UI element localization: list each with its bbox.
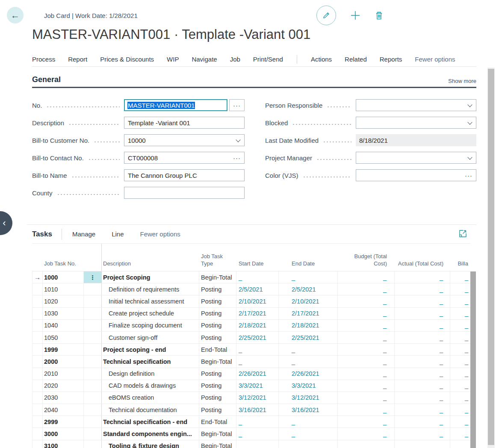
blocked-input[interactable] <box>356 117 476 129</box>
cell-job-task-no[interactable]: 2010 <box>43 368 84 380</box>
table-row[interactable]: →1000⋮Project ScopingBegin-Total_____ <box>32 271 470 283</box>
cell-budget-total-cost[interactable]: _ <box>338 283 395 295</box>
cell-job-task-type[interactable]: Posting <box>199 320 236 331</box>
column-header-end-date[interactable]: End Date <box>279 260 338 271</box>
cell-actual-total-cost[interactable]: _ <box>395 368 450 380</box>
cell-job-task-type[interactable]: Posting <box>199 380 236 392</box>
cell-end-date[interactable]: 3/3/2021 <box>279 380 338 392</box>
cell-billable[interactable]: _ <box>450 440 470 448</box>
focus-mode-button[interactable] <box>459 230 467 238</box>
menu-item-prices-discounts[interactable]: Prices & Discounts <box>100 56 154 63</box>
cell-billable[interactable]: _ <box>450 295 470 307</box>
cell-job-task-type[interactable]: Posting <box>199 332 236 343</box>
cell-job-task-no[interactable]: 2020 <box>43 380 84 392</box>
row-options-cell[interactable] <box>84 404 101 416</box>
chevron-down-icon[interactable] <box>467 155 472 159</box>
cell-job-task-type[interactable]: Begin-Total <box>199 440 236 448</box>
cell-actual-total-cost[interactable]: _ <box>395 356 450 367</box>
table-scrollbar[interactable] <box>470 271 476 448</box>
row-options-cell[interactable] <box>84 308 101 319</box>
cell-job-task-no[interactable]: 3100 <box>43 440 84 448</box>
table-row[interactable]: 1999Project scoping - endEnd-Total_____ <box>32 344 470 356</box>
column-header-description[interactable]: Description <box>101 244 199 271</box>
page-scrollbar-track[interactable] <box>487 68 495 448</box>
column-header-budget-total-cost[interactable]: Budget (Total Cost) <box>338 253 395 271</box>
cell-budget-total-cost[interactable]: _ <box>338 416 395 427</box>
row-options-cell[interactable] <box>84 283 101 295</box>
cell-budget-total-cost[interactable]: _ <box>338 344 395 355</box>
cell-billable[interactable]: _ <box>450 356 470 367</box>
chevron-down-icon[interactable] <box>467 120 472 124</box>
cell-budget-total-cost[interactable]: _ <box>338 295 395 307</box>
column-header-job-task-no[interactable]: Job Task No. <box>43 260 84 271</box>
cell-job-task-type[interactable]: Posting <box>199 368 236 380</box>
bill-to-customer-no-input[interactable]: 10000 <box>124 134 245 146</box>
cell-job-task-no[interactable]: 1030 <box>43 308 84 319</box>
menu-item-reports[interactable]: Reports <box>380 56 402 63</box>
collapse-pane-button[interactable]: ‹ <box>0 211 12 235</box>
cell-start-date[interactable]: 3/16/2021 <box>236 404 279 416</box>
cell-start-date[interactable]: 2/10/2021 <box>236 295 279 307</box>
row-options-cell[interactable] <box>84 332 101 343</box>
county-input[interactable] <box>124 187 245 199</box>
cell-end-date[interactable]: _ <box>279 440 338 448</box>
cell-actual-total-cost[interactable]: _ <box>395 416 450 427</box>
cell-billable[interactable]: _ <box>450 392 470 404</box>
cell-description[interactable]: Technical specification <box>101 356 199 367</box>
row-options-cell[interactable] <box>84 320 101 331</box>
cell-job-task-type[interactable]: Posting <box>199 392 236 404</box>
page-scrollbar-thumb[interactable] <box>488 69 494 445</box>
cell-job-task-no[interactable]: 3000 <box>43 428 84 439</box>
cell-job-task-type[interactable]: Begin-Total <box>199 356 236 367</box>
cell-start-date[interactable]: 2/26/2021 <box>236 368 279 380</box>
cell-budget-total-cost[interactable]: _ <box>338 368 395 380</box>
person-responsible-input[interactable] <box>356 99 476 111</box>
cell-job-task-no[interactable]: 1040 <box>43 320 84 331</box>
cell-description[interactable]: CAD models & drawings <box>101 380 199 392</box>
cell-budget-total-cost[interactable]: _ <box>338 356 395 367</box>
cell-budget-total-cost[interactable]: _ <box>338 440 395 448</box>
cell-job-task-no[interactable]: 1020 <box>43 295 84 307</box>
menu-item-fewer-options[interactable]: Fewer options <box>415 56 455 63</box>
cell-job-task-type[interactable]: Posting <box>199 295 236 307</box>
cell-actual-total-cost[interactable]: _ <box>395 308 450 319</box>
cell-job-task-no[interactable]: 1999 <box>43 344 84 355</box>
cell-start-date[interactable]: 2/18/2021 <box>236 320 279 331</box>
row-options-cell[interactable] <box>84 380 101 392</box>
cell-job-task-type[interactable]: Posting <box>199 283 236 295</box>
cell-budget-total-cost[interactable]: _ <box>338 332 395 343</box>
cell-job-task-no[interactable]: 2999 <box>43 416 84 427</box>
row-options-cell[interactable] <box>84 440 101 448</box>
table-row[interactable]: 3000Standard components engin...Begin-To… <box>32 428 470 440</box>
cell-end-date[interactable]: _ <box>279 428 338 439</box>
cell-job-task-type[interactable]: End-Total <box>199 416 236 427</box>
cell-start-date[interactable]: _ <box>236 344 279 355</box>
cell-start-date[interactable]: 2/25/2021 <box>236 332 279 343</box>
chevron-down-icon[interactable] <box>236 137 240 142</box>
cell-start-date[interactable]: 3/3/2021 <box>236 380 279 392</box>
cell-job-task-no[interactable]: 2040 <box>43 404 84 416</box>
back-button[interactable]: ← <box>7 7 24 24</box>
cell-billable[interactable]: _ <box>450 283 470 295</box>
cell-job-task-type[interactable]: Begin-Total <box>199 271 236 283</box>
cell-billable[interactable]: _ <box>450 368 470 380</box>
table-row[interactable]: 1030Create project schedulePosting2/17/2… <box>32 308 470 320</box>
row-options-icon[interactable]: ⋮ <box>84 271 101 283</box>
cell-budget-total-cost[interactable]: _ <box>338 320 395 331</box>
cell-end-date[interactable]: 2/26/2021 <box>279 368 338 380</box>
menu-item-wip[interactable]: WIP <box>167 56 179 63</box>
cell-description[interactable]: Project scoping - end <box>101 344 199 355</box>
menu-item-job[interactable]: Job <box>230 56 240 63</box>
tasks-menu-line[interactable]: Line <box>112 230 124 238</box>
cell-budget-total-cost[interactable]: _ <box>338 392 395 404</box>
cell-description[interactable]: Create project schedule <box>101 308 199 319</box>
cell-end-date[interactable]: 2/18/2021 <box>279 320 338 331</box>
cell-description[interactable]: Techncial specification - end <box>101 416 199 427</box>
table-row[interactable]: 2030eBOMS creationPosting3/12/20213/12/2… <box>32 392 470 404</box>
cell-description[interactable]: Customer sign-off <box>101 332 199 343</box>
row-options-cell[interactable] <box>84 416 101 427</box>
cell-budget-total-cost[interactable]: _ <box>338 428 395 439</box>
table-row[interactable]: 2999Techncial specification - endEnd-Tot… <box>32 416 470 428</box>
cell-start-date[interactable]: _ <box>236 356 279 367</box>
description-input[interactable]: Template -Variant 001 <box>124 117 245 129</box>
